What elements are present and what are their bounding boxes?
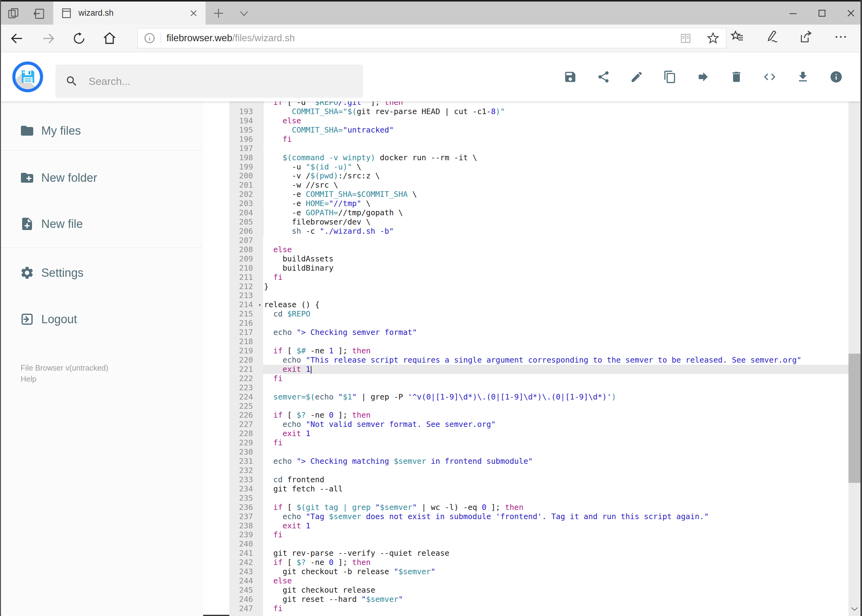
- code-line[interactable]: 198 $(command -v winpty) docker run --rm…: [229, 153, 848, 162]
- code-line[interactable]: 207: [229, 236, 848, 245]
- tab-list-chevron-icon[interactable]: [238, 9, 250, 17]
- code-line[interactable]: 217 echo "> Checking semver format": [229, 328, 848, 337]
- tab-preview-icon[interactable]: [7, 7, 20, 20]
- edit-button[interactable]: [630, 70, 643, 84]
- code-line[interactable]: 239 fi: [229, 530, 848, 539]
- code-line[interactable]: 199 -u "$(id -u)" \: [229, 162, 848, 171]
- code-line[interactable]: 201 -w //src \: [229, 181, 848, 190]
- code-line[interactable]: 225: [229, 402, 848, 411]
- annotate-pen-icon[interactable]: [764, 30, 779, 44]
- code-line[interactable]: 237 echo "Tag $semver does not exist in …: [229, 512, 848, 521]
- code-editor[interactable]: if [ -d "$REPO/.git" ]; then193 COMMIT_S…: [229, 102, 848, 616]
- code-line[interactable]: 226 if [ $? -ne 0 ]; then: [229, 410, 848, 420]
- code-line[interactable]: 206 sh -c "./wizard.sh -b": [229, 227, 848, 236]
- sidebar-item-new-file[interactable]: New file: [1, 214, 203, 233]
- code-line[interactable]: 204 -e GOPATH=//tmp/gopath \: [229, 208, 848, 217]
- code-line[interactable]: 218: [229, 337, 848, 346]
- code-line[interactable]: 230: [229, 448, 848, 457]
- sidebar-item-logout[interactable]: Logout: [1, 310, 203, 329]
- fold-arrow-icon[interactable]: ▾: [258, 300, 261, 310]
- more-ellipsis-icon[interactable]: [834, 30, 848, 44]
- delete-button[interactable]: [730, 70, 743, 84]
- move-button[interactable]: [697, 70, 710, 84]
- sidebar-item-settings[interactable]: Settings: [1, 263, 203, 282]
- code-view-button[interactable]: [763, 70, 777, 84]
- scrollbar-thumb[interactable]: [848, 354, 860, 483]
- code-line[interactable]: 223: [229, 383, 848, 393]
- code-line[interactable]: 246 git reset --hard "$semver": [229, 595, 848, 604]
- hub-favorites-list-icon[interactable]: [730, 30, 745, 44]
- code-line[interactable]: 240: [229, 539, 848, 548]
- set-tabs-aside-icon[interactable]: [32, 7, 45, 20]
- code-line[interactable]: 195 COMMIT_SHA="untracked": [229, 126, 848, 135]
- code-line[interactable]: 247 fi: [229, 604, 848, 613]
- code-line[interactable]: 245 git checkout release: [229, 586, 848, 595]
- code-line[interactable]: 208 else: [229, 245, 848, 255]
- code-line[interactable]: 221 exit 1: [229, 365, 848, 374]
- save-button[interactable]: [564, 70, 577, 84]
- code-line[interactable]: 205 filebrowser/dev \: [229, 217, 848, 227]
- browser-tab-active[interactable]: wizard.sh: [53, 2, 206, 25]
- code-line[interactable]: 210 buildBinary: [229, 264, 848, 273]
- code-line[interactable]: 212}: [229, 282, 848, 291]
- code-line[interactable]: 236 if [ $(git tag | grep "$semver" | wc…: [229, 503, 848, 512]
- scroll-down-icon[interactable]: [850, 606, 859, 612]
- code-line[interactable]: 241 git rev-parse --verify --quiet relea…: [229, 548, 848, 558]
- code-line[interactable]: 193 COMMIT_SHA="$(git rev-parse HEAD | c…: [229, 107, 848, 116]
- code-line[interactable]: 227 echo "Not valid semver format. See s…: [229, 420, 848, 429]
- code-line[interactable]: 211 fi: [229, 273, 848, 282]
- code-line[interactable]: 229 fi: [229, 438, 848, 448]
- code-line[interactable]: 209 buildAssets: [229, 255, 848, 264]
- new-tab-button[interactable]: [212, 6, 225, 20]
- code-line[interactable]: 220 echo "This release script requires a…: [229, 355, 848, 365]
- code-line[interactable]: 203 -e HOME="//tmp" \: [229, 199, 848, 208]
- forward-icon[interactable]: [41, 31, 56, 46]
- code-line[interactable]: 202 -e COMMIT_SHA=$COMMIT_SHA \: [229, 190, 848, 199]
- code-line[interactable]: 200 -v /$(pwd):/src:z \: [229, 171, 848, 181]
- code-line[interactable]: 222 fi: [229, 374, 848, 383]
- help-link[interactable]: Help: [20, 375, 36, 383]
- code-line[interactable]: 197: [229, 144, 848, 153]
- close-window-button[interactable]: [846, 8, 856, 19]
- maximize-button[interactable]: [817, 8, 827, 19]
- filebrowser-logo[interactable]: [12, 61, 43, 92]
- sidebar-item-my-files[interactable]: My files: [1, 121, 203, 140]
- code-line[interactable]: 194 else: [229, 116, 848, 126]
- code-line[interactable]: 238 exit 1: [229, 521, 848, 531]
- code-line[interactable]: 234 git fetch --all: [229, 484, 848, 493]
- download-button[interactable]: [796, 70, 810, 84]
- back-icon[interactable]: [9, 31, 25, 46]
- search-input[interactable]: [88, 75, 342, 88]
- code-line[interactable]: 231 echo "> Checking matching $semver in…: [229, 457, 848, 466]
- code-line[interactable]: 242 if [ $? -ne 0 ]; then: [229, 558, 848, 567]
- sidebar-item-new-folder[interactable]: New folder: [1, 168, 203, 187]
- reading-view-icon[interactable]: [679, 32, 692, 45]
- refresh-icon[interactable]: [72, 31, 86, 46]
- code-line[interactable]: 196 fi: [229, 135, 848, 144]
- tab-close-icon[interactable]: [189, 9, 198, 18]
- code-line[interactable]: 215 cd $REPO: [229, 310, 848, 319]
- search-bar[interactable]: [55, 64, 363, 98]
- share-icon[interactable]: [799, 30, 814, 44]
- code-line[interactable]: 213: [229, 291, 848, 300]
- code-line[interactable]: if [ -d "$REPO/.git" ]; then: [229, 102, 848, 107]
- code-line[interactable]: 216: [229, 319, 848, 328]
- code-line[interactable]: 228 exit 1: [229, 429, 848, 438]
- favorite-star-icon[interactable]: [706, 31, 720, 45]
- info-button[interactable]: [829, 70, 843, 84]
- site-info-icon[interactable]: [143, 32, 156, 44]
- page-scrollbar[interactable]: [848, 55, 860, 616]
- code-line[interactable]: 233 cd frontend: [229, 475, 848, 484]
- url-text[interactable]: filebrowser.web/files/wizard.sh: [167, 33, 295, 44]
- code-line[interactable]: 219 if [ $# -ne 1 ]; then: [229, 346, 848, 355]
- share-button[interactable]: [597, 70, 610, 84]
- code-line[interactable]: 244 else: [229, 576, 848, 586]
- code-line[interactable]: 232: [229, 466, 848, 475]
- address-bar[interactable]: filebrowser.web/files/wizard.sh: [137, 28, 726, 48]
- code-line[interactable]: 214▾release () {: [229, 300, 848, 310]
- code-line[interactable]: 243 git checkout -b release "$semver": [229, 567, 848, 576]
- code-line[interactable]: 224 semver=$(echo "$1" | grep -P '^v(0|[…: [229, 393, 848, 402]
- minimize-button[interactable]: [788, 8, 798, 19]
- code-line[interactable]: 235: [229, 493, 848, 503]
- copy-button[interactable]: [663, 70, 677, 84]
